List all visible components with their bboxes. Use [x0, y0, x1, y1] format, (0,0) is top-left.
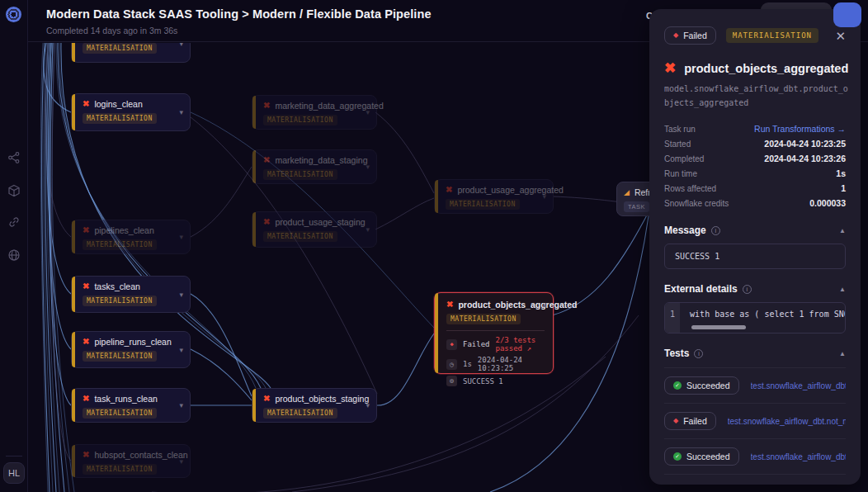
graph-node-marketing_data_aggregated[interactable]: ✖ marketing_data_aggregated ▾ MATERIALIS…: [252, 95, 377, 130]
chevron-down-icon[interactable]: ▾: [179, 401, 183, 409]
node-runtime: 1s: [463, 360, 472, 368]
gear-icon: ⚙: [446, 376, 457, 386]
node-status: Failed: [463, 340, 490, 348]
run-status-subtitle: Completed 14 days ago in 3m 36s: [46, 26, 177, 35]
graph-edge: [375, 112, 434, 193]
node-label: product_objects_staging: [275, 394, 369, 404]
materialisation-badge: MATERIALISATION: [83, 43, 157, 54]
kv-label: Run time: [664, 169, 697, 178]
primary-button[interactable]: [833, 2, 861, 27]
graph-edge: [52, 43, 71, 461]
kv-row: Started2024-04-24 10:23:25: [664, 136, 846, 151]
graph-node-task_runs_clean[interactable]: ✖ task_runs_clean ▾ MATERIALISATION: [71, 388, 191, 423]
test-row: ✓Succeededtest.snowflake_airflow_dbt.uni…: [664, 368, 846, 404]
node-label: hubspot_contacts_clean: [94, 450, 187, 460]
chevron-down-icon[interactable]: ▾: [179, 291, 183, 299]
kv-list: Task runRun Transformations →Started2024…: [664, 121, 846, 211]
sql-code-block[interactable]: 1 with base as ( select 1 from SNOWFLAKE: [664, 302, 846, 334]
materialisation-badge: MATERIALISATION: [726, 28, 818, 43]
kv-row: Task runRun Transformations →: [664, 121, 846, 136]
dbt-icon: ✖: [83, 338, 89, 346]
collapse-icon[interactable]: ▲: [839, 350, 846, 357]
test-status-badge: ✓Succeeded: [664, 447, 739, 466]
task-icon: ◢: [624, 189, 630, 196]
app-logo[interactable]: [6, 7, 21, 22]
materialisation-badge: MATERIALISATION: [83, 408, 157, 419]
task-run-link[interactable]: Run Transformations →: [754, 124, 846, 134]
graph-node-tasks_clean[interactable]: ✖ tasks_clean ▾ MATERIALISATION: [71, 276, 191, 313]
package-icon[interactable]: [7, 184, 21, 197]
test-row: ✓Succeededtest.snowflake_airflow_dbt.not…: [664, 439, 846, 475]
graph-node-product_objects_aggregated[interactable]: ✖ product_objects_aggregated ▴ MATERIALI…: [434, 292, 554, 374]
graph-node-product_usage_staging[interactable]: ✖ product_usage_staging ▾ MATERIALISATIO…: [252, 211, 377, 248]
kv-label: Snowflake credits: [664, 199, 729, 208]
task-badge: TASK: [624, 201, 649, 212]
dbt-icon: ✖: [263, 102, 270, 110]
close-icon[interactable]: ✕: [835, 30, 846, 42]
kv-value: 1: [841, 183, 846, 193]
sidebar-divider: [6, 456, 22, 457]
test-link[interactable]: test.snowflake_airflow_dbt.unique_pro: [751, 381, 846, 390]
dbt-icon: ✖: [83, 451, 89, 459]
graph-node-hubspot_contacts_clean[interactable]: ✖ hubspot_contacts_clean ▾ MATERIALISATI…: [71, 444, 191, 478]
test-status-label: Succeeded: [686, 381, 730, 390]
node-label: product_usage_staging: [275, 217, 365, 227]
failed-icon: ◆: [446, 339, 457, 350]
message-section-title: Message: [664, 225, 706, 236]
chevron-down-icon[interactable]: ▾: [179, 457, 183, 466]
graph-node-marketing_data_staging[interactable]: ✖ marketing_data_staging ▾ MATERIALISATI…: [252, 149, 377, 184]
breadcrumb-title: Modern Data Stack SAAS Tooling > Modern …: [46, 7, 432, 21]
node-label: pipelines_clean: [94, 225, 153, 235]
test-link[interactable]: test.snowflake_airflow_dbt.not_null_pr: [751, 452, 846, 461]
tests-summary-link[interactable]: 2/3 tests passed ↗: [496, 336, 545, 352]
link-icon[interactable]: [7, 215, 21, 229]
kv-label: Rows affected: [664, 184, 716, 193]
graph-node-partial[interactable]: ✖ ▾ MATERIALISATION: [71, 43, 191, 63]
graph-node-pipeline_runs_clean[interactable]: ✖ pipeline_runs_clean ▾ MATERIALISATION: [71, 331, 191, 368]
graph-node-product_usage_aggregated[interactable]: ✖ product_usage_aggregated ▾ MATERIALISA…: [434, 179, 554, 214]
chevron-down-icon[interactable]: ▾: [179, 108, 183, 116]
graph-icon[interactable]: [7, 151, 21, 164]
tests-section-title: Tests: [664, 348, 689, 359]
divider: [446, 330, 545, 331]
kv-value: 2024-04-24 10:23:25: [764, 139, 846, 149]
chevron-down-icon[interactable]: ▾: [366, 163, 370, 171]
collapse-icon[interactable]: ▲: [839, 286, 846, 293]
chevron-down-icon[interactable]: ▾: [179, 43, 183, 48]
chevron-down-icon[interactable]: ▾: [179, 233, 183, 241]
dbt-icon: ✖: [446, 300, 453, 309]
status-badge-label: Failed: [683, 31, 707, 40]
materialisation-badge: MATERIALISATION: [446, 199, 520, 210]
chevron-up-icon[interactable]: ▴: [542, 300, 546, 309]
model-identifier: model.snowflake_airflow_dbt.product_obje…: [664, 82, 852, 110]
test-link[interactable]: test.snowflake_airflow_dbt.not_null_pr: [728, 417, 846, 426]
node-message: SUCCESS 1: [463, 377, 503, 386]
graph-node-pipelines_clean[interactable]: ✖ pipelines_clean ▾ MATERIALISATION: [71, 220, 191, 254]
tests-section: Tests i ▲ ✓Succeededtest.snowflake_airfl…: [664, 348, 846, 475]
user-avatar[interactable]: HL: [3, 462, 25, 484]
chevron-down-icon[interactable]: ▾: [366, 108, 370, 116]
chevron-down-icon[interactable]: ▾: [366, 401, 370, 409]
dbt-icon: ✖: [83, 100, 89, 108]
graph-node-product_objects_staging[interactable]: ✖ product_objects_staging ▾ MATERIALISAT…: [252, 388, 377, 423]
kv-row: Completed2024-04-24 10:23:26: [664, 151, 846, 166]
graph-edge: [377, 334, 434, 405]
materialisation-badge: MATERIALISATION: [83, 113, 157, 124]
node-label: task_runs_clean: [94, 394, 157, 404]
kv-label: Task run: [664, 125, 696, 134]
globe-icon[interactable]: [7, 248, 21, 262]
collapse-icon[interactable]: ▲: [839, 227, 846, 234]
info-icon: i: [694, 349, 703, 358]
chevron-down-icon[interactable]: ▾: [179, 346, 183, 354]
horizontal-scrollbar[interactable]: [691, 325, 746, 329]
graph-node-logins_clean[interactable]: ✖ logins_clean ▾ MATERIALISATION: [71, 93, 191, 131]
materialisation-badge: MATERIALISATION: [83, 464, 157, 475]
clock-icon: ◷: [446, 359, 457, 370]
graph-edge: [191, 167, 252, 237]
chevron-down-icon[interactable]: ▾: [542, 192, 546, 201]
kv-value: 0.000033: [809, 198, 846, 208]
dbt-icon: ✖: [446, 186, 452, 194]
status-badge: ◆ Failed: [664, 26, 716, 45]
materialisation-badge: MATERIALISATION: [263, 169, 337, 180]
chevron-down-icon[interactable]: ▾: [366, 225, 370, 234]
